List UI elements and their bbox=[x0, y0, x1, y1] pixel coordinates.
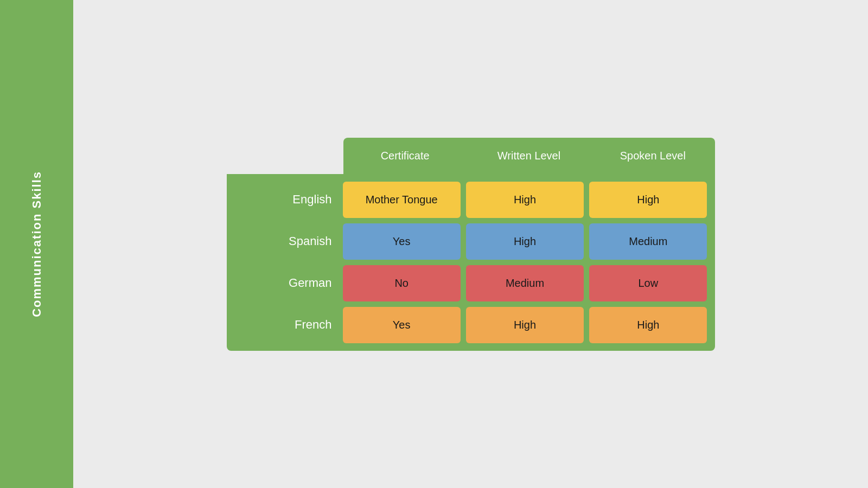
header-spoken-level: Spoken Level bbox=[591, 138, 714, 174]
table-header: Certificate Written Level Spoken Level bbox=[343, 138, 715, 174]
main-content: Certificate Written Level Spoken Level E… bbox=[73, 0, 868, 488]
cell-written: High bbox=[466, 307, 584, 343]
language-table: Certificate Written Level Spoken Level E… bbox=[227, 138, 715, 351]
table-row: English Mother Tongue High High bbox=[234, 182, 707, 218]
sidebar: Communication Skills bbox=[0, 0, 73, 488]
row-cells: No Medium Low bbox=[343, 265, 707, 301]
cell-spoken: High bbox=[589, 182, 707, 218]
row-cells: Mother Tongue High High bbox=[343, 182, 707, 218]
cell-spoken: Medium bbox=[589, 223, 707, 260]
language-label: French bbox=[234, 318, 343, 332]
cell-written: High bbox=[466, 223, 584, 260]
table-row: German No Medium Low bbox=[234, 265, 707, 301]
row-cells: Yes High Medium bbox=[343, 223, 707, 260]
table-row: French Yes High High bbox=[234, 307, 707, 343]
language-label: Spanish bbox=[234, 234, 343, 248]
cell-certificate: No bbox=[343, 265, 461, 301]
cell-certificate: Mother Tongue bbox=[343, 182, 461, 218]
language-label: German bbox=[234, 276, 343, 290]
row-cells: Yes High High bbox=[343, 307, 707, 343]
cell-written: High bbox=[466, 182, 584, 218]
header-written-level: Written Level bbox=[467, 138, 591, 174]
cell-certificate: Yes bbox=[343, 223, 461, 260]
cell-spoken: High bbox=[589, 307, 707, 343]
header-certificate: Certificate bbox=[343, 138, 467, 174]
table-row: Spanish Yes High Medium bbox=[234, 223, 707, 260]
table-body: English Mother Tongue High High Spanish … bbox=[227, 174, 715, 351]
language-label: English bbox=[234, 192, 343, 207]
cell-written: Medium bbox=[466, 265, 584, 301]
cell-spoken: Low bbox=[589, 265, 707, 301]
cell-certificate: Yes bbox=[343, 307, 461, 343]
sidebar-label: Communication Skills bbox=[30, 171, 44, 317]
